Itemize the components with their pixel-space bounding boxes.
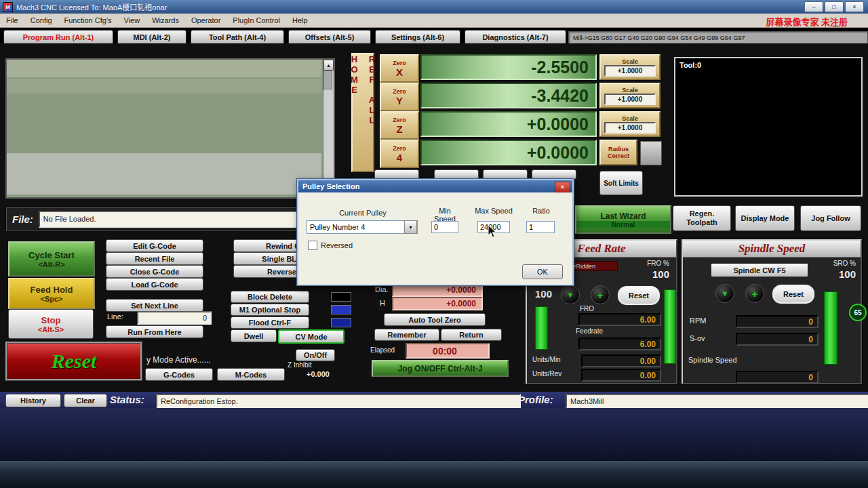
- overlay-badge[interactable]: 65: [849, 304, 867, 321]
- feedrate-value[interactable]: 6.00: [578, 338, 661, 350]
- feed-hold-button[interactable]: Feed Hold <Spc>: [8, 278, 95, 309]
- scale-x[interactable]: Scale +1.0000: [599, 54, 660, 80]
- feed-increase-button[interactable]: +: [591, 285, 610, 304]
- menu-function-cfgs[interactable]: Function Cfg's: [58, 14, 118, 27]
- line-number-field[interactable]: 0: [137, 311, 212, 325]
- feed-reset-button[interactable]: Reset: [618, 286, 660, 305]
- mcodes-button[interactable]: M-Codes: [217, 368, 285, 381]
- load-gcode-button[interactable]: Load G-Code: [106, 278, 203, 291]
- reversed-checkbox[interactable]: [308, 241, 317, 250]
- dialog-title: Pulley Selection: [302, 182, 359, 190]
- zero-x-button[interactable]: Zero X: [380, 54, 419, 83]
- scrollbar-thumb[interactable]: [323, 70, 332, 89]
- chevron-down-icon[interactable]: ▼: [404, 220, 417, 234]
- scale-z[interactable]: Scale +1.0000: [599, 111, 660, 137]
- remember-button[interactable]: Remember: [374, 329, 439, 341]
- gcode-scrollbar[interactable]: ▲: [323, 60, 334, 195]
- menu-view[interactable]: View: [118, 14, 146, 27]
- menu-wizards[interactable]: Wizards: [146, 14, 185, 27]
- cv-mode-button[interactable]: CV Mode: [278, 329, 344, 344]
- last-wizard-button[interactable]: Last Wizard Normal: [575, 205, 671, 234]
- toolpath-display[interactable]: Tool:0: [674, 57, 863, 197]
- spindle-increase-button[interactable]: +: [745, 284, 764, 303]
- close-gcode-button[interactable]: Close G-Code: [106, 265, 203, 278]
- zero-z-button[interactable]: Zero Z: [380, 111, 419, 140]
- jog-onoff-button[interactable]: Jog ON/OFF Ctrl-Alt-J: [372, 360, 509, 377]
- spindle-decrease-button[interactable]: ▼: [715, 284, 734, 303]
- dro-z-value[interactable]: +0.0000: [420, 111, 597, 137]
- spindle-cw-button[interactable]: Spindle CW F5: [710, 262, 809, 278]
- return-button[interactable]: Return: [441, 329, 502, 341]
- m1-optional-stop-button[interactable]: M1 Optional Stop: [231, 304, 309, 316]
- dwell-button[interactable]: Dwell: [231, 329, 277, 342]
- on-off-button[interactable]: On/Off: [296, 349, 335, 361]
- set-next-line-button[interactable]: Set Next Line: [106, 299, 203, 312]
- menu-help[interactable]: Help: [286, 14, 314, 27]
- tab-offsets[interactable]: Offsets (Alt-5): [288, 30, 371, 45]
- z-inhibit-value[interactable]: +0.000: [307, 370, 330, 378]
- ok-button[interactable]: OK: [522, 264, 563, 279]
- regen-toolpath-button[interactable]: Regen. Toolpath: [673, 205, 731, 231]
- scale-y[interactable]: Scale +1.0000: [599, 83, 660, 108]
- block-delete-button[interactable]: Block Delete: [231, 291, 309, 303]
- gcode-display[interactable]: ▲: [5, 58, 335, 199]
- taskbar: S e X P W ▲ 10:53 2: [0, 461, 868, 488]
- menu-file[interactable]: File: [0, 14, 24, 27]
- feed-override-slider[interactable]: [535, 306, 548, 350]
- spindle-override-slider[interactable]: [824, 291, 837, 365]
- maximize-button[interactable]: □: [825, 1, 844, 12]
- window-titlebar: M Mach3 CNC Licensed To: MaoA楼口轧袍onar – …: [0, 0, 868, 14]
- menu-config[interactable]: Config: [24, 14, 58, 27]
- tab-program-run[interactable]: Program Run (Alt-1): [3, 30, 113, 45]
- history-button[interactable]: History: [5, 394, 61, 407]
- menu-plugin-control[interactable]: PlugIn Control: [226, 14, 286, 27]
- cycle-start-button[interactable]: Cycle Start <Alt-R>: [8, 241, 95, 277]
- pulley-select[interactable]: Pulley Number 4 ▼: [307, 220, 418, 234]
- dro-x-value[interactable]: -2.5500: [420, 54, 597, 80]
- clear-button[interactable]: Clear: [64, 394, 107, 407]
- scale-z-value[interactable]: +1.0000: [604, 122, 656, 134]
- h-value[interactable]: +0.0000: [392, 297, 483, 310]
- zero-y-button[interactable]: Zero Y: [380, 83, 419, 111]
- tab-mdi[interactable]: MDI (Alt-2): [117, 30, 186, 45]
- min-speed-input[interactable]: [431, 221, 458, 233]
- tab-tool-path[interactable]: Tool Path (Alt-4): [191, 30, 284, 45]
- dro-y-value[interactable]: -3.4420: [420, 83, 597, 108]
- reversed-label: Reversed: [321, 241, 353, 249]
- tab-diagnostics[interactable]: Diagnostics (Alt-7): [465, 30, 566, 45]
- stop-button[interactable]: Stop <Alt-S>: [8, 309, 94, 339]
- ref-all-home-button[interactable]: REF ALL HOME: [351, 53, 374, 172]
- menu-operator[interactable]: Operator: [185, 14, 226, 27]
- minimize-button[interactable]: –: [804, 1, 823, 12]
- spindle-reset-button[interactable]: Reset: [772, 285, 814, 304]
- feedrate-bar[interactable]: [664, 289, 676, 364]
- display-mode-button[interactable]: Display Mode: [735, 205, 795, 231]
- dialog-close-button[interactable]: ×: [555, 182, 570, 192]
- edit-gcode-button[interactable]: Edit G-Code: [106, 239, 203, 252]
- scale-y-value[interactable]: +1.0000: [604, 94, 656, 105]
- scroll-up-icon[interactable]: ▲: [323, 60, 334, 70]
- spindle-speed-value: 0: [736, 371, 818, 384]
- status-field: ReConfiguration Estop.: [156, 394, 521, 409]
- reset-button[interactable]: Reset: [5, 342, 142, 381]
- ratio-input[interactable]: [526, 221, 555, 233]
- radius-correct-button[interactable]: Radius Correct: [599, 140, 637, 165]
- soft-limits-button[interactable]: Soft Limits: [599, 171, 643, 195]
- run-from-here-button[interactable]: Run From Here: [106, 325, 203, 338]
- dro-4-value[interactable]: +0.0000: [420, 140, 597, 165]
- gcodes-button[interactable]: G-Codes: [145, 368, 213, 381]
- scale-x-value[interactable]: +1.0000: [604, 65, 656, 77]
- fro-value[interactable]: 6.00: [578, 313, 661, 326]
- zero-4-button[interactable]: Zero 4: [380, 140, 419, 168]
- auto-tool-zero-button[interactable]: Auto Tool Zero: [384, 313, 486, 326]
- fro-percent-label: FRO %: [629, 260, 669, 267]
- tab-settings[interactable]: Settings (Alt-6): [375, 30, 460, 45]
- dialog-titlebar[interactable]: Pulley Selection ×: [298, 180, 572, 192]
- flood-button[interactable]: Flood Ctrl-F: [231, 317, 309, 329]
- cycle-start-key: <Alt-R>: [38, 260, 64, 268]
- feed-decrease-button[interactable]: ▼: [561, 285, 580, 304]
- jog-follow-button[interactable]: Jog Follow: [800, 205, 861, 231]
- recent-file-button[interactable]: Recent File: [106, 252, 203, 265]
- reversed-checkbox-row[interactable]: Reversed: [308, 241, 353, 250]
- close-button[interactable]: ×: [845, 1, 864, 12]
